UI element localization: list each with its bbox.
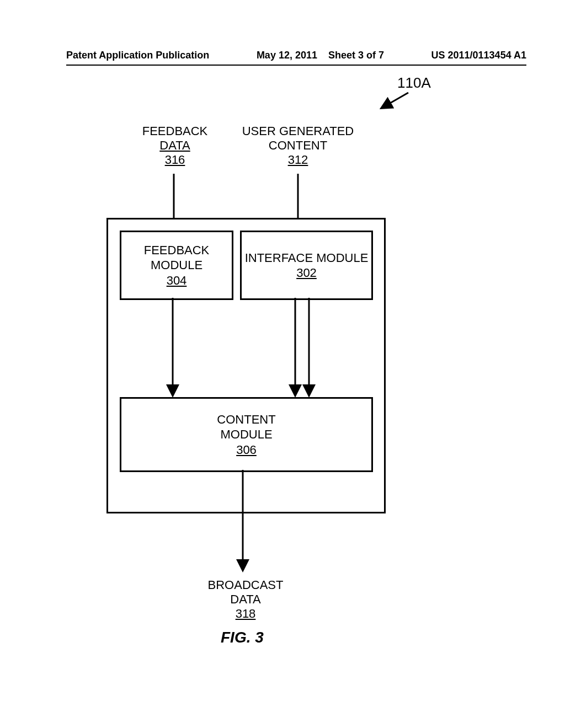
box-feedback-module-num: 304 [167, 273, 187, 288]
label-feedback-data-num: 316 [131, 153, 219, 167]
svg-line-1 [382, 93, 408, 108]
label-user-content-num: 312 [232, 153, 364, 167]
box-content-module-num: 306 [236, 442, 257, 458]
label-broadcast-data-l1: BROADCAST [190, 578, 301, 592]
label-user-content-l1: USER GENERATED [232, 124, 364, 138]
label-broadcast-data: BROADCAST DATA 318 [190, 578, 301, 621]
label-feedback-data-l1: FEEDBACK [131, 124, 219, 138]
header-patent-number: US 2011/0113454 A1 [431, 50, 526, 61]
label-feedback-data-l2: DATA [131, 138, 219, 153]
box-content-module: CONTENT MODULE 306 [120, 397, 373, 472]
page-header: Patent Application Publication May 12, 2… [66, 50, 526, 61]
box-feedback-module-l1: FEEDBACK [144, 243, 210, 258]
header-sheet: Sheet 3 of 7 [328, 50, 384, 61]
header-publication: Patent Application Publication [66, 50, 209, 61]
label-user-content: USER GENERATED CONTENT 312 [232, 124, 364, 167]
box-feedback-module-l2: MODULE [151, 258, 202, 273]
box-interface-module-num: 302 [296, 265, 317, 281]
box-content-module-l2: MODULE [220, 427, 272, 442]
arrow-content-to-broadcast [240, 470, 246, 575]
arrow-interface-to-content-1 [292, 298, 298, 400]
box-content-module-l1: CONTENT [217, 412, 275, 427]
reference-numeral-110a: 110A [397, 74, 431, 92]
box-feedback-module: FEEDBACK MODULE 304 [120, 231, 233, 300]
box-interface-module-l1: INTERFACE MODULE [245, 250, 369, 266]
label-broadcast-data-num: 318 [190, 607, 301, 621]
arrow-feedback-to-content [170, 298, 175, 400]
page: Patent Application Publication May 12, 2… [0, 0, 565, 728]
label-user-content-l2: CONTENT [232, 138, 364, 153]
lead-arrow-110a [378, 91, 411, 113]
arrow-interface-to-content-2 [306, 298, 312, 400]
label-broadcast-data-l2: DATA [190, 592, 301, 607]
figure-label: FIG. 3 [221, 629, 264, 646]
label-feedback-data: FEEDBACK DATA 316 [131, 124, 219, 167]
header-rule [66, 65, 526, 66]
box-interface-module: INTERFACE MODULE 302 [240, 231, 373, 300]
header-date: May 12, 2011 [257, 50, 317, 61]
